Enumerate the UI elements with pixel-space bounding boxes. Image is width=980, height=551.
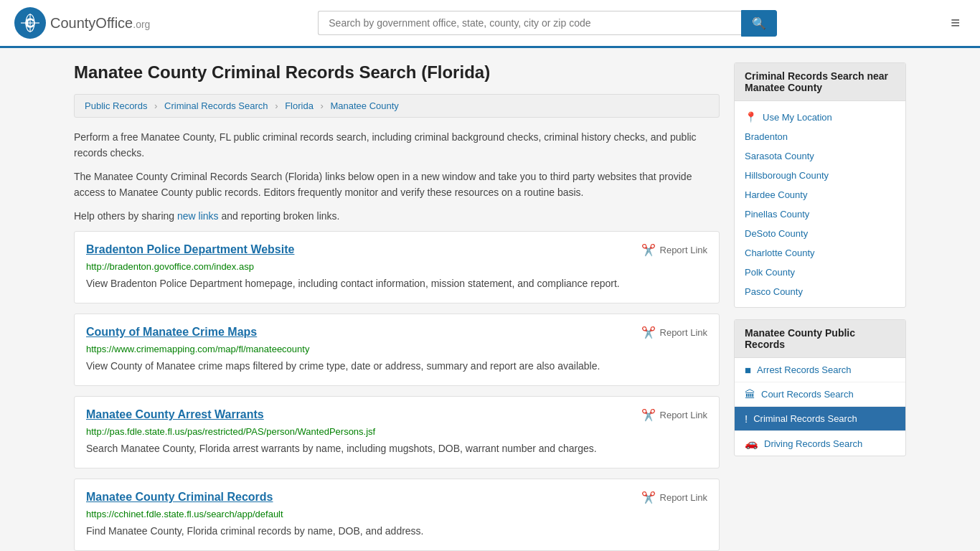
description-3-suffix: and reporting broken links. xyxy=(219,210,340,222)
page-container: Manatee County Criminal Records Search (… xyxy=(60,48,920,551)
pubrecords-section-title: Manatee County Public Records xyxy=(735,320,905,358)
nearby-link-1[interactable]: Bradenton xyxy=(735,127,905,146)
report-link-2[interactable]: ✂️ Report Link xyxy=(641,408,707,422)
result-header: County of Manatee Crime Maps ✂️ Report L… xyxy=(86,326,707,339)
nearby-label-3: Hillsborough County xyxy=(745,170,829,181)
nearby-label-6: DeSoto County xyxy=(745,228,808,239)
result-header: Manatee County Arrest Warrants ✂️ Report… xyxy=(86,408,707,422)
pubrecord-item-2[interactable]: ! Criminal Records Search xyxy=(735,407,905,431)
result-url-3[interactable]: https://cchinet.fdle.state.fl.us/search/… xyxy=(86,509,707,519)
report-icon-1: ✂️ xyxy=(641,326,656,339)
nearby-section-title: Criminal Records Search near Manatee Cou… xyxy=(735,63,905,101)
result-title-3[interactable]: Manatee County Criminal Records xyxy=(86,491,273,504)
search-area: 🔍 xyxy=(318,10,777,37)
result-item: Bradenton Police Department Website ✂️ R… xyxy=(74,231,720,303)
result-desc-0: View Bradenton Police Department homepag… xyxy=(86,276,707,291)
nearby-label-8: Polk County xyxy=(745,267,795,278)
menu-button[interactable]: ≡ xyxy=(945,11,966,35)
logo-brand: CountyOffice xyxy=(50,15,133,31)
nearby-link-7[interactable]: Charlotte County xyxy=(735,243,905,263)
report-icon-2: ✂️ xyxy=(641,408,656,422)
result-url-0[interactable]: http://bradenton.govoffice.com/index.asp xyxy=(86,261,707,272)
breadcrumb-public-records[interactable]: Public Records xyxy=(85,100,147,111)
description-3-prefix: Help others by sharing xyxy=(74,210,177,222)
result-title-0[interactable]: Bradenton Police Department Website xyxy=(86,243,294,256)
breadcrumb-criminal-records-search[interactable]: Criminal Records Search xyxy=(164,100,268,111)
pubrecord-item-3[interactable]: 🚗 Driving Records Search xyxy=(735,431,905,456)
pubrecord-icon-3: 🚗 xyxy=(745,437,758,450)
pubrecord-icon-2: ! xyxy=(745,413,748,425)
nearby-link-4[interactable]: Hardee County xyxy=(735,185,905,204)
result-item: Manatee County Criminal Records ✂️ Repor… xyxy=(74,479,720,551)
results-list: Bradenton Police Department Website ✂️ R… xyxy=(74,231,720,551)
nearby-label-0: Use My Location xyxy=(763,112,832,123)
result-header: Bradenton Police Department Website ✂️ R… xyxy=(86,243,707,257)
report-link-1[interactable]: ✂️ Report Link xyxy=(641,326,707,339)
result-desc-1: View County of Manatee crime maps filter… xyxy=(86,359,707,374)
result-desc-2: Search Manatee County, Florida arrest wa… xyxy=(86,441,707,456)
breadcrumb-sep-3: › xyxy=(321,100,324,111)
page-title: Manatee County Criminal Records Search (… xyxy=(74,62,720,83)
pubrecord-icon-1: 🏛 xyxy=(745,388,755,400)
result-desc-3: Find Manatee County, Florida criminal re… xyxy=(86,524,707,539)
pubrecords-links: ■ Arrest Records Search 🏛 Court Records … xyxy=(735,358,905,456)
nearby-label-5: Pinellas County xyxy=(745,209,809,220)
result-title-2[interactable]: Manatee County Arrest Warrants xyxy=(86,408,264,421)
pubrecord-label-0: Arrest Records Search xyxy=(757,364,852,375)
nearby-icon-0: 📍 xyxy=(745,111,757,123)
search-input[interactable] xyxy=(318,11,741,35)
nearby-section: Criminal Records Search near Manatee Cou… xyxy=(734,62,906,308)
pubrecord-icon-0: ■ xyxy=(745,364,751,376)
nearby-link-9[interactable]: Pasco County xyxy=(735,282,905,301)
nearby-link-8[interactable]: Polk County xyxy=(735,263,905,282)
report-link-0[interactable]: ✂️ Report Link xyxy=(641,243,707,257)
breadcrumb-florida[interactable]: Florida xyxy=(285,100,314,111)
pubrecord-item-1[interactable]: 🏛 Court Records Search xyxy=(735,382,905,407)
pubrecord-label-2: Criminal Records Search xyxy=(753,413,857,424)
result-header: Manatee County Criminal Records ✂️ Repor… xyxy=(86,491,707,504)
nearby-label-4: Hardee County xyxy=(745,189,807,200)
description-2: The Manatee County Criminal Records Sear… xyxy=(74,169,720,201)
new-links-link[interactable]: new links xyxy=(177,210,219,222)
nearby-link-5[interactable]: Pinellas County xyxy=(735,204,905,224)
pubrecord-item-0[interactable]: ■ Arrest Records Search xyxy=(735,358,905,382)
logo-icon: C xyxy=(14,7,46,39)
report-icon-0: ✂️ xyxy=(641,243,656,257)
nearby-label-1: Bradenton xyxy=(745,131,788,142)
nearby-label-9: Pasco County xyxy=(745,286,803,297)
description-3: Help others by sharing new links and rep… xyxy=(74,208,720,224)
result-title-1[interactable]: County of Manatee Crime Maps xyxy=(86,326,257,339)
pubrecord-label-1: Court Records Search xyxy=(761,389,854,400)
sidebar: Criminal Records Search near Manatee Cou… xyxy=(734,62,906,551)
result-item: Manatee County Arrest Warrants ✂️ Report… xyxy=(74,396,720,468)
nearby-link-6[interactable]: DeSoto County xyxy=(735,224,905,243)
nearby-links: 📍Use My LocationBradentonSarasota County… xyxy=(735,101,905,307)
result-url-2[interactable]: http://pas.fdle.state.fl.us/pas/restrict… xyxy=(86,426,707,437)
result-url-1[interactable]: https://www.crimemapping.com/map/fl/mana… xyxy=(86,344,707,354)
breadcrumb: Public Records › Criminal Records Search… xyxy=(74,94,720,118)
logo-text: CountyOffice.org xyxy=(50,15,150,32)
main-content: Manatee County Criminal Records Search (… xyxy=(74,62,720,551)
description-1: Perform a free Manatee County, FL public… xyxy=(74,129,720,161)
nearby-link-3[interactable]: Hillsborough County xyxy=(735,166,905,185)
nearby-link-0[interactable]: 📍Use My Location xyxy=(735,107,905,127)
search-button[interactable]: 🔍 xyxy=(741,10,777,37)
logo-area: C CountyOffice.org xyxy=(14,7,150,39)
breadcrumb-manatee-county[interactable]: Manatee County xyxy=(330,100,398,111)
nearby-link-2[interactable]: Sarasota County xyxy=(735,146,905,166)
report-link-3[interactable]: ✂️ Report Link xyxy=(641,491,707,504)
header: C CountyOffice.org 🔍 ≡ xyxy=(0,0,980,48)
breadcrumb-sep-1: › xyxy=(154,100,157,111)
report-icon-3: ✂️ xyxy=(641,491,656,504)
logo-org: .org xyxy=(133,19,150,30)
nearby-label-7: Charlotte County xyxy=(745,248,815,258)
pubrecords-section: Manatee County Public Records ■ Arrest R… xyxy=(734,319,906,456)
pubrecord-label-3: Driving Records Search xyxy=(764,438,862,449)
result-item: County of Manatee Crime Maps ✂️ Report L… xyxy=(74,314,720,386)
nearby-label-2: Sarasota County xyxy=(745,151,814,161)
breadcrumb-sep-2: › xyxy=(275,100,278,111)
